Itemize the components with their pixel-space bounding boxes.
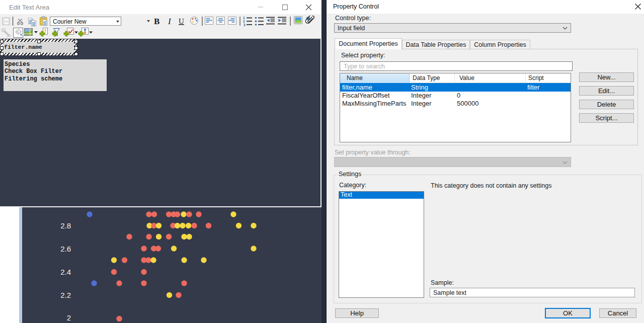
svg-text:!: !	[44, 28, 46, 34]
svg-text:I: I	[168, 17, 172, 26]
svg-text:1: 1	[243, 16, 245, 20]
svg-text:2: 2	[243, 20, 245, 23]
svg-text:B: B	[154, 17, 159, 26]
svg-text:U: U	[179, 17, 184, 25]
